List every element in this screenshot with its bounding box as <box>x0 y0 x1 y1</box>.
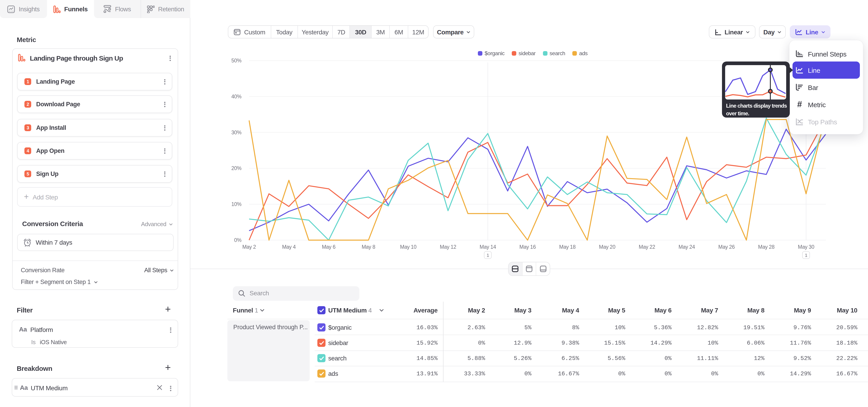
svg-text:May 8: May 8 <box>362 244 375 250</box>
svg-text:May 12: May 12 <box>440 244 456 250</box>
svg-text:0%: 0% <box>234 237 241 243</box>
svg-text:1: 1 <box>805 253 807 258</box>
svg-text:May 14: May 14 <box>480 244 496 250</box>
svg-text:50%: 50% <box>231 58 241 64</box>
svg-text:May 10: May 10 <box>400 244 416 250</box>
svg-text:May 6: May 6 <box>322 244 336 250</box>
svg-text:40%: 40% <box>231 94 241 99</box>
svg-text:10%: 10% <box>231 201 241 207</box>
svg-text:May 16: May 16 <box>520 244 536 250</box>
svg-text:May 26: May 26 <box>718 244 735 250</box>
svg-text:20%: 20% <box>231 165 241 171</box>
svg-text:May 30: May 30 <box>798 244 814 250</box>
svg-text:May 2: May 2 <box>242 244 256 250</box>
svg-text:May 28: May 28 <box>758 244 774 250</box>
svg-text:May 20: May 20 <box>599 244 615 250</box>
svg-text:1: 1 <box>487 253 489 258</box>
svg-text:May 18: May 18 <box>559 244 576 250</box>
svg-text:May 24: May 24 <box>679 244 695 250</box>
svg-text:30%: 30% <box>231 130 241 135</box>
svg-text:May 22: May 22 <box>639 244 655 250</box>
svg-text:May 4: May 4 <box>282 244 296 250</box>
